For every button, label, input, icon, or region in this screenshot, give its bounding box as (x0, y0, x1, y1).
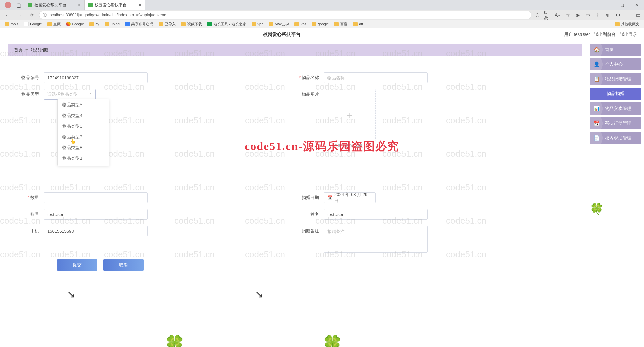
browser-chrome: ▢ 校园爱心帮扶平台 × 校园爱心帮扶平台 × + ─ ▢ ✕ ← → ⟳ ⓘ … (0, 0, 644, 28)
tab-1[interactable]: 校园爱心帮扶平台 × (85, 0, 145, 10)
bookmark-aff[interactable]: aff (351, 21, 365, 27)
account-label: 账号 (13, 209, 44, 217)
new-tab-button[interactable]: + (145, 2, 155, 8)
folder-icon (181, 22, 186, 26)
account-input[interactable] (44, 209, 148, 220)
folder-icon (269, 22, 273, 26)
page-content: 校园爱心帮扶平台 用户 testUser 退出到前台 退出登录 首页 ≡ 物品捐… (0, 28, 644, 347)
back-button[interactable]: ← (3, 10, 12, 20)
profile-icon[interactable] (5, 2, 11, 8)
side-home[interactable]: 🏠首页 (590, 44, 641, 56)
bookmark-baidu[interactable]: 百度 (332, 21, 350, 27)
sidebar-icon[interactable]: ▤ (635, 12, 641, 18)
list-icon: 📋 (590, 73, 603, 85)
deco-icon: 🍀 (322, 334, 343, 347)
item-type-label: 物品类型 (13, 89, 44, 97)
bookmark-tools[interactable]: tools (3, 21, 20, 27)
item-name-input[interactable] (324, 72, 428, 83)
close-icon[interactable]: × (139, 2, 141, 8)
translate-icon[interactable]: aあ (544, 12, 551, 18)
side-donate-mgmt[interactable]: 📋物品捐赠管理 (590, 73, 641, 85)
submit-button[interactable]: 提交 (57, 259, 97, 271)
item-no-label: 物品编号 (13, 72, 44, 81)
phone-input[interactable] (44, 226, 148, 236)
url-input[interactable]: ⓘ localhost:8080/djangodigcx/admin/dist/… (39, 11, 531, 19)
app-header: 校园爱心帮扶平台 用户 testUser 退出到前台 退出登录 (0, 28, 644, 41)
reload-button[interactable]: ⟳ (27, 10, 36, 20)
dropdown-option-4[interactable]: 物品类型8 (58, 142, 109, 153)
tab-0[interactable]: 校园爱心帮扶平台 × (24, 0, 85, 10)
bookmark-vps[interactable]: vps (292, 21, 308, 27)
name-input[interactable] (324, 209, 428, 220)
zhanzhang-icon (207, 22, 212, 26)
url-text: localhost:8080/djangodigcx/admin/dist/in… (49, 13, 166, 17)
cancel-button[interactable]: 取消 (103, 259, 144, 271)
ext1-icon[interactable]: ◉ (574, 12, 581, 18)
folder-icon (353, 22, 358, 26)
bookmark-baozang[interactable]: 宝藏 (45, 21, 63, 27)
tabs-overview-icon[interactable]: ▢ (15, 2, 22, 8)
item-type-dropdown[interactable]: 物品类型5 物品类型4 物品类型6 物品类型3 物品类型8 物品类型1 物品类型… (57, 99, 109, 166)
bookmark-vpn[interactable]: vpn (250, 21, 266, 27)
logout-front-link[interactable]: 退出到前台 (594, 31, 616, 38)
seo-icon[interactable]: ⬡ (534, 12, 541, 18)
side-donate[interactable]: 物品捐赠 (590, 88, 641, 100)
bookmark-zhanzhang[interactable]: 站长工具 - 站长之家 (205, 21, 248, 27)
bookmark-import[interactable]: 已导入 (157, 21, 178, 27)
bookmark-google2[interactable]: Google (64, 21, 86, 27)
share-icon (125, 22, 130, 26)
bookmark-by[interactable]: by (87, 21, 101, 27)
close-window-icon[interactable]: ✕ (629, 0, 644, 10)
donate-date-label: 捐赠日期 (293, 192, 324, 201)
dropdown-option-1[interactable]: 物品类型4 (58, 110, 109, 121)
bookmark-share[interactable]: 共享账号密码 (123, 21, 155, 27)
breadcrumb-home[interactable]: 首页 (14, 47, 23, 53)
ext2-icon[interactable]: ▭ (584, 12, 591, 18)
bookmark-ggl[interactable]: google (310, 21, 331, 27)
calendar-icon: 📅 (590, 117, 603, 129)
dropdown-option-6[interactable]: 物品类型2 (58, 164, 109, 166)
home-icon: 🏠 (590, 44, 603, 56)
address-bar: ← → ⟳ ⓘ localhost:8080/djangodigcx/admin… (0, 10, 644, 20)
info-icon: ⓘ (43, 12, 47, 18)
bookmark-google[interactable]: Google (22, 21, 44, 27)
side-action-mgmt[interactable]: 📅帮扶行动管理 (590, 117, 641, 129)
name-label: 姓名 (293, 209, 324, 217)
item-name-label: *物品名称 (293, 72, 324, 81)
close-icon[interactable]: × (78, 2, 81, 8)
donate-date-input[interactable]: 📅 2024 年 08 月 29 日 (324, 192, 376, 203)
ext5-icon[interactable]: ⚙ (614, 12, 621, 18)
ext3-icon[interactable]: ✧ (594, 12, 601, 18)
bookmark-other[interactable]: 其他收藏夹 (613, 21, 641, 27)
text-icon[interactable]: A» (554, 12, 561, 18)
minimize-icon[interactable]: ─ (600, 0, 614, 10)
dropdown-option-2[interactable]: 物品类型6 (58, 121, 109, 132)
folder-icon (252, 22, 256, 26)
deco-icon: 🍀 (164, 334, 185, 347)
bookmarks-bar: tools Google 宝藏 Google by uplod 共享账号密码 已… (0, 20, 644, 28)
remark-textarea[interactable] (324, 226, 428, 253)
dropdown-option-0[interactable]: 物品类型5 (58, 99, 109, 110)
ext4-icon[interactable]: ⊕ (604, 12, 611, 18)
favorite-icon[interactable]: ☆ (564, 12, 571, 18)
bookmark-uplod[interactable]: uplod (103, 21, 122, 27)
folder-icon (615, 22, 620, 26)
image-upload[interactable]: + (324, 89, 376, 141)
side-help-mgmt[interactable]: 📄校内求助管理 (590, 132, 641, 144)
bookmark-video[interactable]: 视频下载 (179, 21, 204, 27)
logout-link[interactable]: 退出登录 (620, 31, 637, 38)
form-area: 物品编号 *物品名称 物品类型 请选择物品类型 ⌃ 物品图片 + 点击上传物 (0, 56, 587, 277)
dropdown-option-3[interactable]: 物品类型3 (58, 132, 109, 142)
maximize-icon[interactable]: ▢ (614, 0, 629, 10)
side-sale-mgmt[interactable]: 📊物品义卖管理 (590, 102, 641, 115)
forward-button[interactable]: → (15, 10, 24, 20)
item-type-select[interactable]: 请选择物品类型 ⌃ (44, 89, 96, 100)
dropdown-option-5[interactable]: 物品类型1 (58, 153, 109, 164)
more-icon[interactable]: ⋯ (625, 12, 631, 18)
calendar-icon: 📅 (327, 195, 332, 200)
bookmark-max[interactable]: Max云梯 (267, 21, 291, 27)
item-no-input[interactable] (44, 72, 148, 83)
quantity-input[interactable] (44, 192, 148, 203)
side-personal[interactable]: 👤个人中心 (590, 58, 641, 70)
item-image-label: 物品图片 (293, 89, 324, 97)
